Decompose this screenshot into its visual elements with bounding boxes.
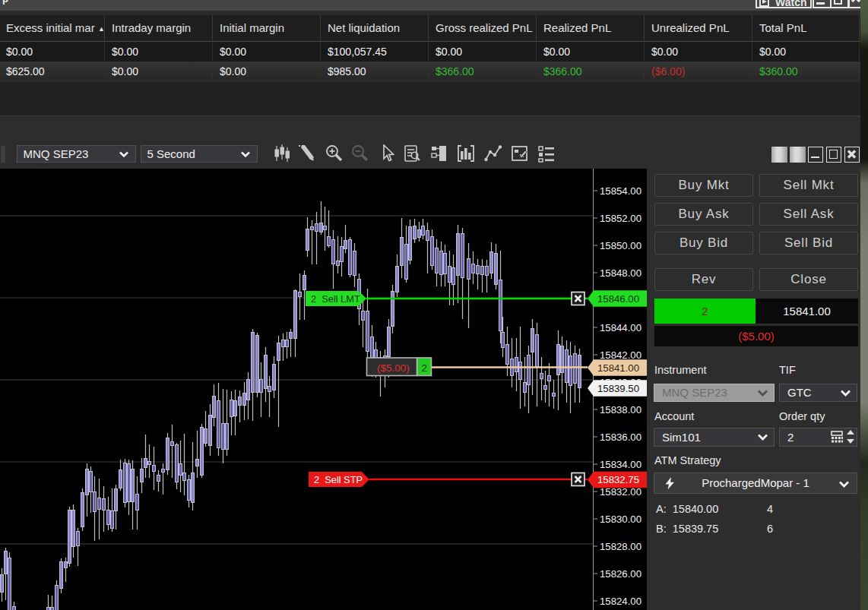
svg-text:15844.00: 15844.00 <box>600 322 641 333</box>
svg-text:2 Sell LMT: 2 Sell LMT <box>311 293 360 305</box>
svg-text:15850.00: 15850.00 <box>600 240 641 251</box>
svg-text:15832.75: 15832.75 <box>597 474 639 485</box>
svg-text:15824.00: 15824.00 <box>600 596 641 607</box>
svg-text:2 Sell STP: 2 Sell STP <box>314 474 363 485</box>
svg-text:15841.00: 15841.00 <box>597 362 639 374</box>
svg-text:($5.00): ($5.00) <box>377 362 410 374</box>
svg-text:15836.00: 15836.00 <box>600 431 641 443</box>
svg-text:15828.00: 15828.00 <box>600 541 641 552</box>
svg-text:15838.00: 15838.00 <box>600 404 641 416</box>
svg-text:15826.00: 15826.00 <box>600 568 641 580</box>
svg-text:15834.00: 15834.00 <box>600 459 641 470</box>
svg-text:15839.50: 15839.50 <box>597 383 639 394</box>
svg-text:15830.00: 15830.00 <box>600 514 641 525</box>
svg-text:15842.00: 15842.00 <box>600 349 641 361</box>
svg-text:15846.00: 15846.00 <box>597 293 639 305</box>
svg-text:15852.00: 15852.00 <box>600 213 641 224</box>
svg-text:2: 2 <box>422 362 428 374</box>
svg-text:15848.00: 15848.00 <box>600 267 641 279</box>
svg-text:15854.00: 15854.00 <box>600 185 641 197</box>
